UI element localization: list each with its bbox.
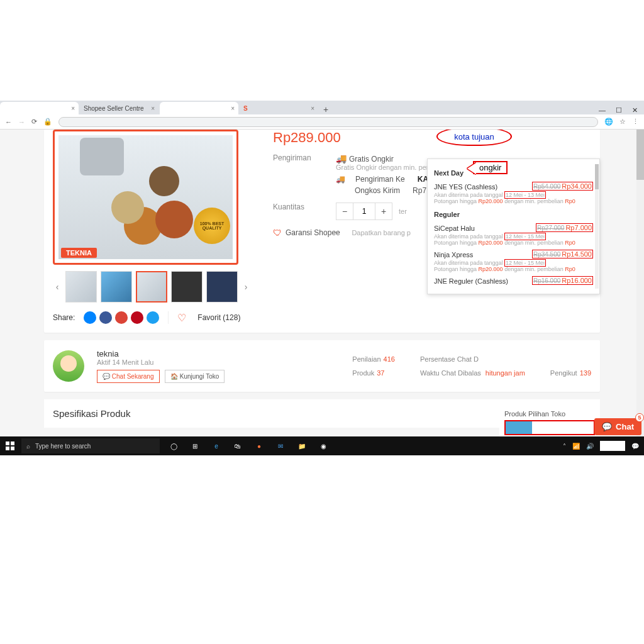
tab-1[interactable]: × [0, 102, 79, 114]
qty-label: Kuantitas [273, 203, 323, 211]
thumb-2[interactable] [101, 271, 132, 303]
notif-icon[interactable]: 💬 [631, 443, 639, 450]
wifi-icon[interactable]: 📶 [572, 443, 580, 450]
brand-tag: TEKNIA [61, 248, 97, 258]
taskview-icon[interactable]: ⊞ [185, 436, 205, 455]
thumb-3[interactable] [136, 271, 167, 303]
window-min[interactable]: — [599, 106, 606, 114]
ship-option-jne-reg[interactable]: JNE Reguler (Cashless) Rp16.000Rp16.000 [434, 275, 598, 287]
seller-name[interactable]: teknia [97, 349, 227, 358]
browser-tabs: × Shopee Seller Centre× × S× + — ☐ ✕ [0, 101, 644, 114]
favorite-count[interactable]: Favorit (128) [197, 313, 240, 322]
chat-now-button[interactable]: 💬 Chat Sekarang [97, 370, 160, 383]
shipping-label: Pengiriman [273, 153, 323, 162]
side-products: Produk Pilihan Toko [499, 405, 600, 436]
page-scrollbar[interactable] [636, 130, 644, 436]
svg-rect-3 [11, 447, 14, 450]
shield-icon: 🛡 [273, 228, 282, 238]
translate-icon[interactable]: 🌐 [604, 118, 613, 126]
cortana-icon[interactable]: ◯ [164, 436, 184, 455]
side-product-thumb[interactable] [504, 420, 595, 435]
window-close[interactable]: ✕ [632, 106, 638, 114]
store-icon[interactable]: 🛍 [228, 436, 248, 455]
gplus-icon[interactable] [115, 311, 128, 324]
facebook-icon[interactable] [99, 311, 112, 324]
clock[interactable] [600, 441, 625, 451]
shipping-dropdown[interactable]: Next Day JNE YES (Cashless) Rp54.000Rp34… [427, 158, 600, 294]
thumb-4[interactable] [171, 271, 203, 303]
section-reguler: Reguler [434, 211, 598, 218]
nav-fwd[interactable]: → [18, 118, 25, 126]
tab-4[interactable]: S× [240, 102, 318, 114]
messenger-icon[interactable] [84, 311, 96, 324]
visit-shop-button[interactable]: 🏠 Kunjungi Toko [165, 370, 225, 383]
seller-avatar[interactable] [53, 350, 84, 382]
qty-plus[interactable]: + [375, 203, 392, 219]
mail-icon[interactable]: ✉ [270, 436, 291, 455]
pinterest-icon[interactable] [131, 311, 143, 324]
svg-rect-0 [6, 441, 9, 445]
thumb-5[interactable] [206, 271, 238, 303]
menu-icon[interactable]: ⋮ [632, 118, 639, 126]
nav-reload[interactable]: ⟳ [31, 118, 37, 126]
ship-option-sicepat[interactable]: SiCepat Halu Rp27.000Rp7.000 Akan diteri… [434, 222, 598, 248]
nav-back[interactable]: ← [5, 118, 12, 126]
tab-3[interactable]: × [160, 102, 238, 114]
tray-up-icon[interactable]: ˄ [563, 443, 566, 450]
edge-icon[interactable]: e [206, 436, 226, 455]
product-price: Rp289.000 [273, 130, 591, 146]
ship-to-label: Pengiriman Ke [355, 175, 405, 184]
sound-icon[interactable]: 🔊 [586, 443, 594, 450]
ship-option-jne-yes[interactable]: JNE YES (Cashless) Rp54.000Rp34.000 Akan… [434, 180, 598, 207]
annotation-kota-tujuan: kota tujuan [436, 130, 512, 146]
chat-badge: 5 [635, 413, 644, 422]
explorer-icon[interactable]: 📁 [292, 436, 312, 455]
twitter-icon[interactable] [147, 311, 159, 324]
guarantee-label: Garansi Shopee [286, 228, 340, 237]
taskbar-search[interactable]: ⌕ Type here to search [21, 438, 160, 453]
star-icon[interactable]: ☆ [619, 118, 626, 126]
heart-icon[interactable]: ♡ [177, 312, 186, 324]
thumb-prev[interactable]: ‹ [53, 271, 62, 303]
qty-minus[interactable]: − [336, 203, 353, 219]
seller-active: Aktif 14 Menit Lalu [97, 358, 227, 366]
svg-rect-1 [11, 441, 14, 445]
qty-input[interactable] [353, 203, 375, 219]
section-next-day: Next Day [434, 169, 598, 177]
chrome-icon[interactable]: ◉ [313, 436, 333, 455]
new-tab-button[interactable]: + [319, 104, 332, 114]
svg-rect-2 [6, 447, 9, 450]
chat-float-button[interactable]: 💬 Chat 5 [594, 418, 641, 435]
stock-text: ter [399, 208, 407, 215]
seller-card: teknia Aktif 14 Menit Lalu 💬 Chat Sekara… [44, 340, 600, 392]
product-main-image[interactable]: 100% BEST QUALITY TEKNIA [53, 130, 238, 265]
ship-option-ninja[interactable]: Ninja Xpress Rp34.500Rp14.500 Akan diter… [434, 248, 598, 275]
lock-icon: 🔒 [43, 118, 52, 126]
ongkir-label: Ongkos Kirim [355, 186, 400, 195]
free-shipping: Gratis Ongkir [349, 155, 394, 164]
address-bar[interactable] [58, 117, 598, 127]
start-button[interactable] [0, 436, 20, 455]
thumb-next[interactable]: › [242, 271, 250, 303]
taskbar: ⌕ Type here to search ◯ ⊞ e 🛍 ● ✉ 📁 ◉ ˄ … [0, 436, 644, 455]
tab-2[interactable]: Shopee Seller Centre× [80, 102, 158, 114]
best-quality-badge: 100% BEST QUALITY [194, 208, 230, 244]
guarantee-text: Dapatkan barang p [352, 229, 411, 236]
firefox-icon[interactable]: ● [249, 436, 269, 455]
quantity-stepper[interactable]: − + [336, 203, 392, 220]
thumb-1[interactable] [65, 271, 97, 303]
share-label: Share: [53, 313, 75, 322]
truck-icon: 🚚 [336, 153, 347, 164]
window-max[interactable]: ☐ [616, 106, 622, 114]
annotation-ongkir: ongkir [473, 161, 508, 174]
